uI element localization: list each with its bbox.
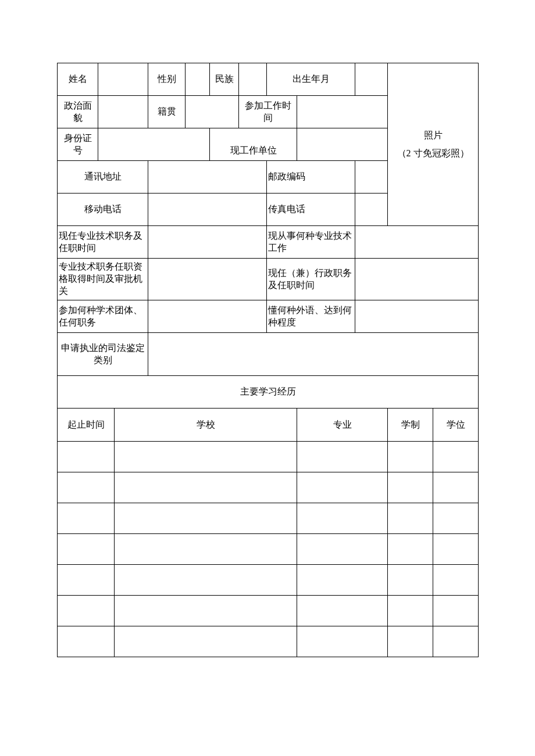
edu-length[interactable] xyxy=(388,472,433,503)
edu-period[interactable] xyxy=(58,472,115,503)
label-name: 姓名 xyxy=(58,63,98,96)
label-address: 通讯地址 xyxy=(58,161,148,194)
edu-row xyxy=(58,626,479,657)
value-political[interactable] xyxy=(98,96,148,128)
value-mobile[interactable] xyxy=(148,194,267,226)
edu-major[interactable] xyxy=(297,626,388,657)
edu-length[interactable] xyxy=(388,442,433,472)
edu-school[interactable] xyxy=(115,596,297,626)
edu-degree[interactable] xyxy=(433,596,479,626)
photo-label-1: 照片 xyxy=(389,127,477,144)
edu-header-school: 学校 xyxy=(115,409,297,442)
edu-header-length: 学制 xyxy=(388,409,433,441)
value-gender[interactable] xyxy=(186,63,210,96)
edu-length[interactable] xyxy=(388,626,433,657)
value-apply-category[interactable] xyxy=(148,333,479,376)
edu-degree[interactable] xyxy=(433,626,479,657)
edu-row xyxy=(58,534,479,565)
photo-label-2: （2 寸免冠彩照） xyxy=(389,145,477,162)
value-fax[interactable] xyxy=(355,194,388,226)
edu-degree[interactable] xyxy=(433,565,479,595)
edu-major[interactable] xyxy=(297,503,388,534)
edu-major[interactable] xyxy=(297,565,388,596)
edu-degree[interactable] xyxy=(433,442,479,472)
edu-school[interactable] xyxy=(115,565,297,596)
edu-degree[interactable] xyxy=(433,534,479,564)
value-name[interactable] xyxy=(98,63,148,96)
application-form-table: 姓名 性别 民族 出生年月 照片 （2 寸免冠彩照） 政治面 貌 籍贯 参加工作… xyxy=(57,63,479,657)
value-qualification[interactable] xyxy=(148,259,267,300)
value-id-number[interactable] xyxy=(98,128,210,161)
label-academic-org: 参加何种学术团体、任何职务 xyxy=(58,300,148,333)
edu-period[interactable] xyxy=(58,534,115,565)
label-work-start: 参加工作时间 xyxy=(239,96,297,128)
value-ethnicity[interactable] xyxy=(239,63,267,96)
edu-school[interactable] xyxy=(115,534,297,565)
label-foreign-lang: 懂何种外语、达到何种程度 xyxy=(267,300,355,333)
label-apply-category: 申请执业的司法鉴定类别 xyxy=(58,333,148,376)
edu-row xyxy=(58,565,479,596)
label-current-work-field: 现从事何种专业技术工作 xyxy=(267,226,355,259)
value-birth[interactable] xyxy=(355,63,388,96)
edu-school[interactable] xyxy=(115,442,297,472)
edu-length[interactable] xyxy=(388,565,433,595)
edu-row xyxy=(58,442,479,472)
edu-school[interactable] xyxy=(115,472,297,503)
edu-major[interactable] xyxy=(297,596,388,626)
edu-row xyxy=(58,596,479,626)
edu-school[interactable] xyxy=(115,503,297,534)
edu-header-length-degree: 学制 学位 xyxy=(388,409,479,442)
edu-period[interactable] xyxy=(58,596,115,626)
label-political: 政治面 貌 xyxy=(58,96,98,128)
section-study-history: 主要学习经历 xyxy=(58,376,479,409)
edu-length[interactable] xyxy=(388,534,433,564)
edu-header-period: 起止时间 xyxy=(58,409,115,442)
label-current-unit: 现工作单位 xyxy=(210,128,297,161)
value-address[interactable] xyxy=(148,161,267,194)
edu-header-degree: 学位 xyxy=(433,409,479,441)
label-fax: 传真电话 xyxy=(267,194,355,226)
edu-length[interactable] xyxy=(388,503,433,533)
edu-length[interactable] xyxy=(388,596,433,626)
edu-school[interactable] xyxy=(115,626,297,657)
label-birth: 出生年月 xyxy=(267,63,355,96)
edu-period[interactable] xyxy=(58,442,115,472)
value-academic-org[interactable] xyxy=(148,300,267,333)
photo-placeholder[interactable]: 照片 （2 寸免冠彩照） xyxy=(388,63,479,226)
label-current-title: 现任专业技术职务及任职时间 xyxy=(58,226,148,259)
value-current-work-field[interactable] xyxy=(355,226,479,259)
edu-degree[interactable] xyxy=(433,503,479,533)
value-work-start[interactable] xyxy=(297,96,388,128)
value-postal[interactable] xyxy=(355,161,388,194)
label-admin-post: 现任（兼）行政职务及任职时间 xyxy=(267,259,355,300)
edu-period[interactable] xyxy=(58,626,115,657)
edu-row xyxy=(58,503,479,534)
value-foreign-lang[interactable] xyxy=(355,300,479,333)
edu-period[interactable] xyxy=(58,565,115,596)
label-qualification: 专业技术职务任职资格取得时间及审批机关 xyxy=(58,259,148,300)
value-current-title[interactable] xyxy=(148,226,267,259)
label-ethnicity: 民族 xyxy=(210,63,239,96)
label-postal: 邮政编码 xyxy=(267,161,355,194)
edu-period[interactable] xyxy=(58,503,115,534)
edu-major[interactable] xyxy=(297,534,388,565)
edu-row xyxy=(58,472,479,503)
label-id-number: 身份证 号 xyxy=(58,128,98,161)
label-native-place: 籍贯 xyxy=(148,96,186,128)
edu-major[interactable] xyxy=(297,442,388,472)
value-admin-post[interactable] xyxy=(355,259,479,300)
edu-major[interactable] xyxy=(297,472,388,503)
label-gender: 性别 xyxy=(148,63,186,96)
edu-header-major: 专业 xyxy=(297,409,388,442)
edu-degree[interactable] xyxy=(433,472,479,503)
value-native-place[interactable] xyxy=(186,96,239,128)
label-mobile: 移动电话 xyxy=(58,194,148,226)
value-current-unit[interactable] xyxy=(297,128,388,161)
